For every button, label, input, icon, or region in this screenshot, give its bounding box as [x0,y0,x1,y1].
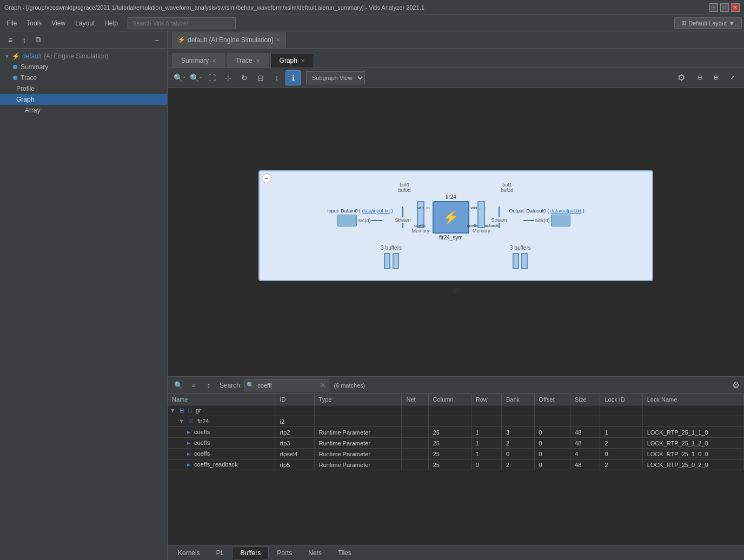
buffers-left-label: 3 buffers [381,245,402,251]
col-lockname[interactable]: Lock Name [642,394,743,405]
search-input[interactable] [128,17,236,29]
fit-button[interactable]: ⛶ [204,70,220,85]
cell-id: rtp2 [275,427,314,438]
expand-button[interactable]: ↕ [269,70,284,85]
tab-buffers[interactable]: Buffers [232,546,269,559]
cell-bank: 0 [501,449,534,459]
sidebar-item-profile[interactable]: Profile [0,83,167,94]
cell-offset [534,405,570,416]
bottom-settings-button[interactable]: ⚙ [732,380,740,390]
select-button[interactable]: ⊹ [221,70,236,85]
col-column[interactable]: Column [428,394,471,405]
sidebar-collapse-all-button[interactable]: ≡ [4,34,16,46]
sidebar: ≡ ↕ ⧉ − ▼ ⚡ default {AI Engine Simulatio… [0,31,168,560]
graph-settings-button[interactable]: ⚙ [674,70,689,85]
cell-offset: 0 [534,438,570,449]
menu-help[interactable]: Help [100,17,122,29]
col-size[interactable]: Size [570,394,600,405]
menu-tools[interactable]: Tools [22,17,46,29]
sidebar-item-array[interactable]: Array [0,105,167,116]
view-buttons: ⊟ ⊞ ↗ [692,70,740,85]
sidebar-item-summary[interactable]: Summary [0,62,167,72]
output-port-box [551,215,570,226]
col-bank[interactable]: Bank [501,394,534,405]
tab-trace-label: Trace [236,57,252,64]
sidebar-link-button[interactable]: ⧉ [32,34,44,46]
memory-right-label: Memory [473,228,490,234]
tab-nets[interactable]: Nets [300,546,330,559]
rtp-icon: ▸ [187,450,190,457]
menu-view[interactable]: View [47,17,70,29]
tab-summary[interactable]: Summary ✕ [172,53,225,68]
tab-graph[interactable]: Graph ✕ [270,53,314,68]
input-link[interactable]: data/input.txt [362,208,390,214]
graph-collapse-button[interactable]: − [262,174,271,183]
bottom-search-input[interactable] [254,380,319,391]
editor-tab-default[interactable]: ⚡ default {AI Engine Simulation} ✕ [172,32,286,48]
cell-bank [501,405,534,416]
sidebar-minimize-button[interactable]: − [151,34,163,46]
bottom-collapse-button[interactable]: ≡ [187,379,200,392]
menu-file[interactable]: File [2,17,21,29]
col-lockid[interactable]: Lock ID [600,394,642,405]
bottom-search-button[interactable]: 🔍 [172,379,185,392]
output-link[interactable]: data/output.txt [550,208,581,214]
tab-graph-close[interactable]: ✕ [301,58,305,64]
bottom-expand-button[interactable]: ↕ [202,379,215,392]
close-button[interactable]: ✕ [731,3,740,12]
sidebar-item-trace[interactable]: Trace [0,72,167,83]
stream-line-right [499,206,500,217]
sidebar-item-graph[interactable]: Graph [0,94,167,105]
tab-pl[interactable]: PL [208,546,232,559]
col-name[interactable]: Name [168,394,275,405]
view-btn-1[interactable]: ⊟ [692,70,707,85]
tab-tiles[interactable]: Tiles [330,546,360,559]
tab-trace[interactable]: Trace ✕ [227,53,269,68]
sidebar-expand-button[interactable]: ↕ [18,34,30,46]
memory-left-label: Memory [411,228,429,234]
coeffs-label: coeffs [414,223,426,228]
cell-name: ▸ coeffs_readback [168,459,275,470]
cell-lockname: LOCK_RTP_25_1_2_0 [642,438,743,449]
search-label: Search: [220,382,242,389]
editor-tab-close[interactable]: ✕ [276,37,280,43]
collapse-button[interactable]: ⊟ [253,70,268,85]
zoom-out-button[interactable]: 🔍− [188,70,203,85]
tab-trace-close[interactable]: ✕ [256,58,260,64]
cell-net [402,449,428,459]
tab-summary-close[interactable]: ✕ [212,58,216,64]
root-label: default [22,52,42,60]
view-btn-2[interactable]: ⊞ [708,70,723,85]
subgraph-view-select[interactable]: Subgraph View [306,71,365,84]
row-expand-icon[interactable]: ▼ [170,407,176,414]
tab-ports[interactable]: Ports [269,546,300,559]
info-button[interactable]: ℹ [285,70,301,85]
col-id[interactable]: ID [275,394,314,405]
maximize-button[interactable]: □ [720,3,729,12]
search-clear-button[interactable]: ✕ [319,382,327,389]
minimize-button[interactable]: − [709,3,718,12]
col-net[interactable]: Net [402,394,428,405]
row-expand-icon[interactable]: ▼ [178,418,184,424]
cell-id: rtpsel4 [275,449,314,459]
cell-offset: 0 [534,449,570,459]
stream-line-left [402,206,403,217]
input-port-box [337,215,357,226]
col-offset[interactable]: Offset [534,394,570,405]
default-layout-button[interactable]: ⊞ Default Layout ▼ [674,17,742,29]
cell-column [428,416,471,427]
cell-name: ▼ ☑ fir24 [168,416,275,427]
menu-layout[interactable]: Layout [71,17,99,29]
buffer-small-right-2 [521,253,528,269]
editor-tab-icon: ⚡ [178,36,185,43]
refresh-button[interactable]: ↻ [237,70,252,85]
col-type[interactable]: Type [314,394,402,405]
tab-kernels[interactable]: Kernels [170,546,208,559]
view-btn-3[interactable]: ↗ [725,70,740,85]
kernel-box[interactable]: ⚡ win_in coeffs win_out coeffs_readback [433,201,469,234]
sidebar-item-root[interactable]: ▼ ⚡ default {AI Engine Simulation} [0,51,167,62]
zoom-in-button[interactable]: 🔍+ [172,70,187,85]
graph-toolbar: 🔍+ 🔍− ⛶ ⊹ ↻ ⊟ ↕ ℹ Subgraph View ⚙ ⊟ ⊞ ↗ [168,68,744,88]
buf0-label: buf0 [400,182,409,188]
col-row[interactable]: Row [471,394,501,405]
